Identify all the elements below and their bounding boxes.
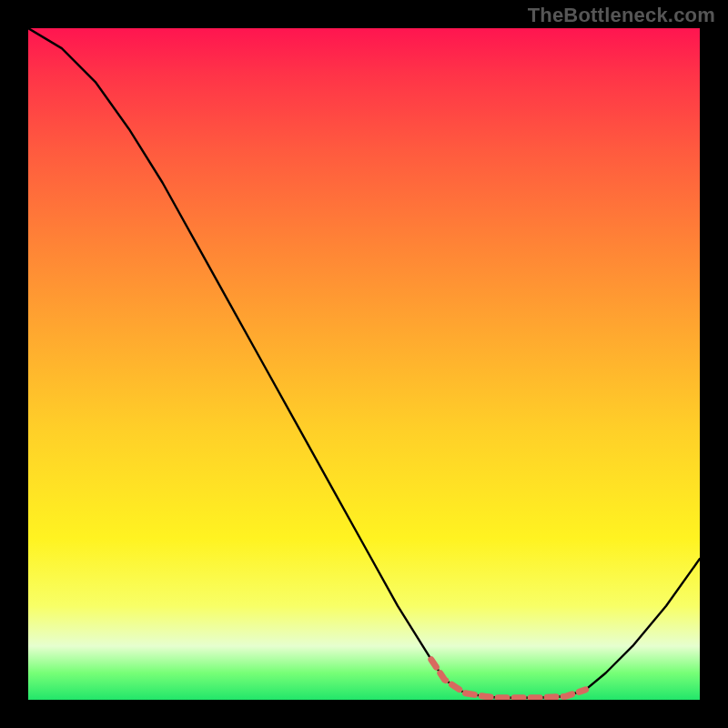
plot-gradient-background — [28, 28, 700, 700]
watermark-label: TheBottleneck.com — [528, 4, 715, 27]
chart-container: TheBottleneck.com — [0, 0, 728, 728]
